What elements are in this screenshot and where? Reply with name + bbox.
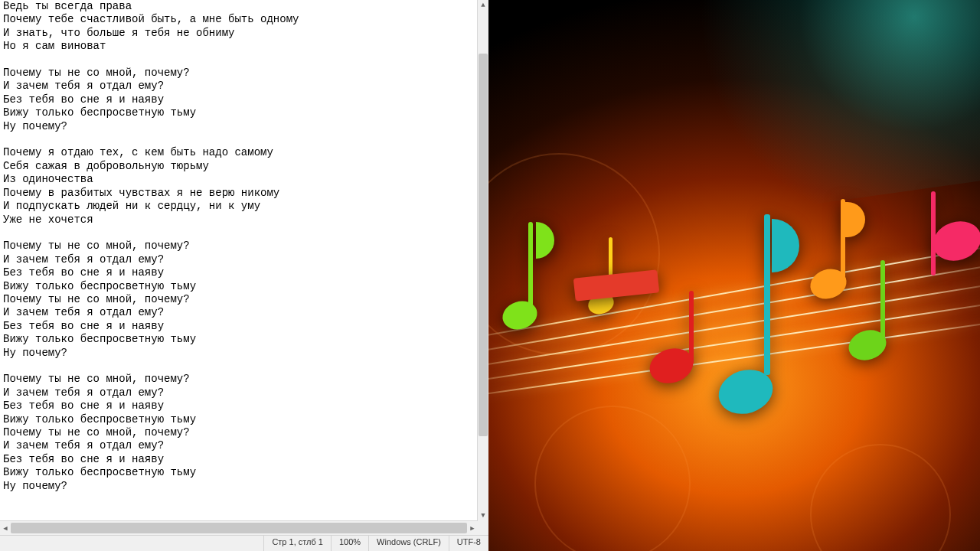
glow-ring: [534, 406, 691, 551]
status-zoom: 100%: [331, 536, 368, 551]
editor-area: Ведь ты всегда права Почему тебе счастли…: [0, 0, 488, 535]
status-line-ending: Windows (CRLF): [368, 536, 449, 551]
scroll-down-arrow-icon[interactable]: ▼: [478, 510, 488, 521]
vertical-scrollbar[interactable]: ▲ ▼: [477, 0, 488, 521]
music-note-icon: [649, 291, 710, 383]
status-encoding: UTF-8: [449, 536, 488, 551]
music-note-icon: [848, 260, 910, 360]
status-spacer: [0, 536, 263, 551]
horizontal-scrollbar[interactable]: ◀ ▶: [0, 520, 478, 535]
scroll-corner: [478, 521, 488, 535]
status-bar: Стр 1, стлб 1 100% Windows (CRLF) UTF-8: [0, 535, 488, 551]
music-note-icon: [910, 191, 980, 298]
status-cursor-position: Стр 1, стлб 1: [263, 536, 331, 551]
scroll-right-arrow-icon[interactable]: ▶: [467, 521, 478, 535]
music-note-icon: [502, 222, 556, 329]
glow-ring: [810, 444, 951, 551]
vertical-scroll-thumb[interactable]: [479, 54, 488, 436]
horizontal-scroll-thumb[interactable]: [11, 523, 467, 533]
scroll-up-arrow-icon[interactable]: ▲: [478, 0, 488, 11]
text-editor[interactable]: Ведь ты всегда права Почему тебе счастли…: [3, 0, 478, 521]
music-artwork: [488, 0, 980, 551]
music-note-icon: [718, 214, 802, 413]
scroll-left-arrow-icon[interactable]: ◀: [0, 521, 11, 535]
notepad-window: Ведь ты всегда права Почему тебе счастли…: [0, 0, 488, 551]
